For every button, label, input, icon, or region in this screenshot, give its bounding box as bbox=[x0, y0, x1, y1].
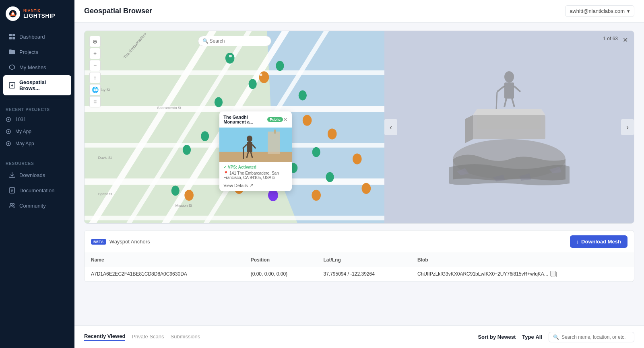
sidebar-item-downloads[interactable]: Downloads bbox=[3, 168, 71, 182]
type-filter-control[interactable]: Type All bbox=[522, 334, 542, 340]
logo-icon bbox=[6, 6, 20, 21]
location-button[interactable]: ⊕ bbox=[89, 36, 101, 47]
main-content: Geospatial Browser awhitt@nianticlabs.co… bbox=[74, 0, 644, 348]
cell-blob: ChUIIPzLkfG3vKX0ARC91bLwIKX0+2UY76i815vR… bbox=[411, 267, 634, 282]
search-icon: 🔍 bbox=[553, 334, 559, 340]
wayspot-title-row: BETA Wayspot Anchors bbox=[91, 239, 150, 245]
wayspot-table: Name Position Lat/Lng Blob A7D1A6E2EC2F4… bbox=[85, 253, 634, 282]
table-row: A7D1A6E2EC2F41BE81CD8D8A0C9630DA (0.00, … bbox=[85, 267, 634, 282]
globe-button[interactable]: 🌐 bbox=[89, 84, 101, 95]
svg-point-104 bbox=[504, 71, 514, 82]
bottom-search-input[interactable] bbox=[561, 334, 630, 340]
preview-counter: 1 of 63 bbox=[603, 36, 618, 41]
col-blob: Blob bbox=[411, 253, 634, 267]
sidebar-item-documentation[interactable]: Documentation bbox=[3, 183, 71, 198]
layers-button[interactable]: ≡ bbox=[89, 96, 101, 107]
tab-submissions[interactable]: Submissions bbox=[171, 334, 200, 340]
popup-copy-icon[interactable]: ⧉ bbox=[272, 175, 275, 180]
svg-point-18 bbox=[10, 204, 12, 206]
sidebar-item-dashboard[interactable]: Dashboard bbox=[3, 29, 71, 44]
tab-private-scans[interactable]: Private Scans bbox=[132, 334, 164, 340]
user-email: awhitt@nianticlabs.com bbox=[570, 8, 625, 14]
svg-line-108 bbox=[504, 99, 506, 107]
blob-copy-button[interactable] bbox=[551, 272, 557, 277]
svg-point-9 bbox=[8, 119, 9, 120]
resources-label: Resources bbox=[0, 156, 74, 167]
popup-title: The Gandhi Monument a... bbox=[223, 115, 267, 124]
sort-value: Newest bbox=[497, 334, 516, 340]
sidebar-item-projects[interactable]: Projects bbox=[3, 45, 71, 59]
recent-item-my-app[interactable]: My App bbox=[0, 126, 74, 138]
preview-next-button[interactable]: › bbox=[621, 119, 634, 135]
map-search-input[interactable] bbox=[210, 38, 266, 44]
svg-text:Sacramento St: Sacramento St bbox=[157, 106, 182, 110]
svg-rect-91 bbox=[260, 74, 262, 76]
svg-rect-112 bbox=[473, 115, 545, 139]
svg-rect-94 bbox=[219, 152, 292, 162]
sidebar-item-my-meshes[interactable]: My Meshes bbox=[3, 60, 71, 74]
svg-point-2 bbox=[12, 12, 14, 15]
app-name-label: LIGHTSHIP bbox=[23, 12, 55, 19]
wayspot-section: BETA Wayspot Anchors ↓ Download Mesh Nam… bbox=[84, 230, 634, 282]
map-popup: The Gandhi Monument a... Public ✕ bbox=[219, 111, 292, 191]
content-area: The Embarcadero Davis St Spear St Clay S… bbox=[74, 23, 644, 325]
col-position: Position bbox=[244, 253, 317, 267]
download-mesh-button[interactable]: ↓ Download Mesh bbox=[570, 235, 627, 248]
preview-prev-button[interactable]: ‹ bbox=[384, 119, 397, 135]
sidebar-divider-2 bbox=[6, 153, 69, 153]
map-search-icon: 🔍 bbox=[202, 38, 208, 44]
svg-rect-105 bbox=[504, 82, 514, 99]
recent-item-1031[interactable]: 1031 bbox=[0, 113, 74, 126]
popup-image bbox=[219, 128, 292, 162]
bottom-bar: Recently Viewed Private Scans Submission… bbox=[74, 325, 644, 348]
tab-recently-viewed[interactable]: Recently Viewed bbox=[84, 333, 125, 341]
brand-label: NIANTIC bbox=[23, 8, 55, 12]
svg-point-13 bbox=[8, 143, 9, 144]
svg-rect-98 bbox=[247, 142, 252, 152]
popup-info: ✓ VPS: Activated 📍 141 The Embarcadero, … bbox=[219, 162, 292, 191]
svg-marker-113 bbox=[465, 115, 473, 143]
type-value: All bbox=[535, 334, 542, 340]
map-area[interactable]: The Embarcadero Davis St Spear St Clay S… bbox=[85, 31, 384, 223]
table-header-row: Name Position Lat/Lng Blob bbox=[85, 253, 634, 267]
svg-rect-95 bbox=[268, 132, 280, 154]
svg-line-106 bbox=[497, 86, 504, 92]
wayspot-header: BETA Wayspot Anchors ↓ Download Mesh bbox=[85, 231, 634, 253]
svg-text:Mission St: Mission St bbox=[175, 204, 192, 208]
dropdown-arrow-icon: ▾ bbox=[627, 8, 630, 14]
sort-by-control[interactable]: Sort by Newest bbox=[478, 334, 516, 340]
logo-area: NIANTIC LIGHTSHIP bbox=[0, 0, 74, 29]
svg-rect-92 bbox=[229, 55, 232, 58]
col-name: Name bbox=[85, 253, 244, 267]
svg-rect-6 bbox=[12, 37, 15, 39]
cell-position: (0.00, 0.00, 0.00) bbox=[244, 267, 317, 282]
svg-rect-4 bbox=[12, 34, 15, 36]
popup-header: The Gandhi Monument a... Public ✕ bbox=[219, 111, 292, 128]
svg-line-110 bbox=[496, 92, 497, 109]
cell-latlng: 37.795094 / -122.39264 bbox=[317, 267, 411, 282]
popup-view-details-link[interactable]: View Details ↗ bbox=[223, 183, 288, 188]
cell-name: A7D1A6E2EC2F41BE81CD8D8A0C9630DA bbox=[85, 267, 244, 282]
svg-rect-96 bbox=[274, 130, 276, 134]
user-dropdown[interactable]: awhitt@nianticlabs.com ▾ bbox=[565, 5, 634, 17]
3d-model-preview bbox=[441, 63, 578, 192]
wayspot-section-title: Wayspot Anchors bbox=[109, 239, 150, 245]
svg-rect-5 bbox=[9, 37, 12, 39]
popup-vps-status: ✓ VPS: Activated bbox=[223, 165, 288, 169]
external-link-icon: ↗ bbox=[250, 183, 253, 188]
sidebar-item-community[interactable]: Community bbox=[3, 198, 71, 213]
zoom-in-button[interactable]: + bbox=[89, 48, 101, 59]
compass-button[interactable]: ↑ bbox=[89, 72, 101, 83]
topbar: Geospatial Browser awhitt@nianticlabs.co… bbox=[74, 0, 644, 23]
preview-panel: 1 of 63 ✕ ‹ › bbox=[384, 31, 634, 223]
preview-close-button[interactable]: ✕ bbox=[620, 35, 630, 45]
svg-line-107 bbox=[514, 86, 520, 92]
sidebar-item-geospatial-browser[interactable]: Geospatial Brows... bbox=[3, 75, 71, 95]
svg-marker-114 bbox=[473, 109, 545, 115]
bottom-right: Sort by Newest Type All 🔍 bbox=[478, 332, 634, 342]
page-title: Geospatial Browser bbox=[84, 7, 152, 15]
popup-close-button[interactable]: ✕ bbox=[283, 116, 288, 123]
zoom-out-button[interactable]: − bbox=[89, 60, 101, 71]
recent-item-may-app[interactable]: May App bbox=[0, 138, 74, 150]
svg-text:Davis St: Davis St bbox=[98, 156, 112, 160]
